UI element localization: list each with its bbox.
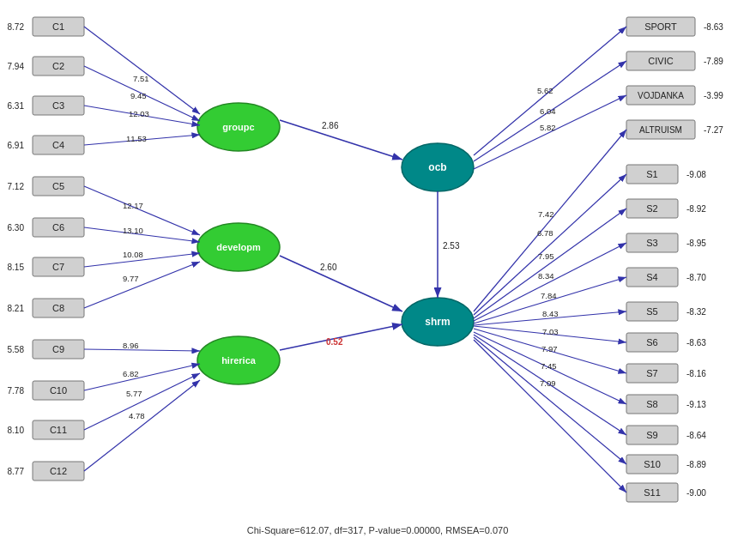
- weight-shrm-s1: 6.78: [537, 228, 553, 238]
- weight-shrm-s6: 7.03: [542, 327, 559, 336]
- val-s1: -9.08: [686, 170, 706, 179]
- val-c11: 8.10: [8, 426, 25, 435]
- weight-c9-hirerica: 8.96: [123, 341, 139, 350]
- label-vojdanka: VOJDANKA: [638, 91, 684, 100]
- label-c7: C7: [52, 262, 64, 272]
- path-c9-hirerica: [84, 349, 200, 351]
- val-s2: -8.92: [686, 204, 706, 214]
- path-shrm-s10: [474, 337, 626, 464]
- weight-c10-hirerica: 6.82: [123, 369, 139, 378]
- label-c4: C4: [52, 140, 64, 150]
- weight-shrm-s7: 7.97: [541, 344, 558, 354]
- weight-ocb-civic: 6.04: [540, 106, 556, 116]
- weight-c8-developm: 9.77: [123, 274, 139, 283]
- weight-c6-developm: 13.10: [123, 226, 143, 235]
- label-c11: C11: [50, 425, 67, 435]
- label-c5: C5: [52, 181, 64, 191]
- label-c2: C2: [52, 61, 64, 71]
- path-c1-groupc: [84, 27, 200, 114]
- val-sport: -8.63: [704, 22, 723, 32]
- val-c9: 5.58: [8, 345, 25, 354]
- path-developm-shrm: [280, 256, 402, 311]
- val-c12: 8.77: [8, 467, 25, 476]
- val-c4: 6.91: [8, 141, 25, 150]
- label-s10: S10: [644, 459, 661, 469]
- val-civic: -7.89: [704, 57, 723, 66]
- fit-stats: Chi-Square=612.07, df=317, P-value=0.000…: [247, 525, 509, 535]
- label-s9: S9: [646, 430, 657, 440]
- weight-c4-groupc: 11.53: [126, 134, 147, 143]
- val-c7: 8.15: [8, 263, 25, 272]
- label-groupc: groupc: [222, 122, 254, 132]
- label-s11: S11: [644, 487, 661, 498]
- val-s11: -9.00: [686, 488, 706, 498]
- label-developm: developm: [216, 242, 261, 252]
- label-s6: S6: [646, 337, 657, 348]
- path-c10-hirerica: [84, 364, 200, 390]
- label-c9: C9: [52, 344, 64, 354]
- label-civic: CIVIC: [648, 56, 673, 66]
- val-altruism: -7.27: [704, 125, 723, 135]
- label-s8: S8: [646, 399, 657, 409]
- val-s3: -8.95: [686, 239, 706, 248]
- label-shrm: shrm: [425, 316, 450, 328]
- val-s7: -8.16: [686, 369, 706, 378]
- label-ocb: ocb: [428, 161, 446, 173]
- val-vojdanka: -3.99: [704, 91, 723, 100]
- label-c6: C6: [52, 222, 64, 233]
- val-c1: 8.72: [8, 22, 25, 32]
- val-c3: 6.31: [8, 101, 25, 111]
- label-c1: C1: [52, 21, 64, 32]
- label-hirerica: hirerica: [221, 355, 257, 366]
- weight-shrm-s8: 7.45: [541, 361, 557, 371]
- weight-ocb-vojdanka: 5.82: [540, 123, 556, 132]
- weight-c5-developm: 12.17: [123, 201, 143, 210]
- weight-ocb-shrm: 2.53: [443, 241, 460, 251]
- path-groupc-ocb: [280, 120, 402, 160]
- val-s4: -8.70: [686, 273, 706, 282]
- val-s6: -8.63: [686, 338, 706, 348]
- val-s8: -9.13: [686, 400, 706, 409]
- val-s9: -8.64: [686, 431, 706, 440]
- val-c2: 7.94: [8, 62, 25, 71]
- weight-shrm-s9: 7.09: [540, 378, 556, 388]
- weight-shrm-altruism: 7.42: [538, 209, 554, 219]
- sem-diagram: C1 8.72 C2 7.94 C3 6.31 C4 6.91 C5 7.12 …: [0, 0, 756, 544]
- label-s7: S7: [646, 368, 657, 378]
- label-s2: S2: [646, 203, 657, 214]
- weight-developm-shrm: 2.60: [320, 263, 337, 272]
- val-c8: 8.21: [8, 304, 25, 313]
- weight-ocb-sport: 5.62: [537, 86, 553, 95]
- weight-shrm-s5: 8.43: [542, 309, 559, 318]
- path-c8-developm: [84, 262, 200, 308]
- val-c10: 7.78: [8, 386, 25, 396]
- weight-shrm-s4: 7.84: [541, 291, 557, 300]
- label-s3: S3: [646, 238, 657, 248]
- label-s1: S1: [646, 169, 657, 179]
- label-c10: C10: [50, 385, 67, 396]
- label-sport: SPORT: [644, 21, 677, 32]
- label-altruism: ALTRUISM: [639, 125, 682, 135]
- weight-shrm-s3: 8.34: [538, 271, 554, 281]
- weight-shrm-s2: 7.95: [538, 251, 554, 261]
- weight-c11-hirerica: 5.77: [126, 389, 142, 398]
- label-c8: C8: [52, 303, 64, 313]
- weight-groupc-ocb: 2.86: [322, 121, 339, 130]
- weight-c1-groupc: 7.51: [133, 74, 149, 83]
- path-c12-hirerica: [84, 380, 200, 471]
- label-s5: S5: [646, 306, 657, 317]
- label-c3: C3: [52, 100, 64, 111]
- val-s5: -8.32: [686, 307, 706, 317]
- weight-c3-groupc: 12.03: [129, 109, 149, 118]
- weight-hirerica-shrm: 0.52: [326, 337, 343, 347]
- path-c11-hirerica: [84, 373, 200, 430]
- weight-c2-groupc: 9.45: [130, 91, 147, 100]
- val-c6: 6.30: [8, 223, 25, 233]
- label-s4: S4: [646, 272, 657, 282]
- val-c5: 7.12: [8, 182, 25, 191]
- path-shrm-s2: [474, 209, 626, 318]
- weight-c7-developm: 10.08: [123, 250, 143, 259]
- val-s10: -8.89: [686, 460, 706, 469]
- label-c12: C12: [50, 466, 67, 476]
- weight-c12-hirerica: 4.78: [129, 411, 145, 420]
